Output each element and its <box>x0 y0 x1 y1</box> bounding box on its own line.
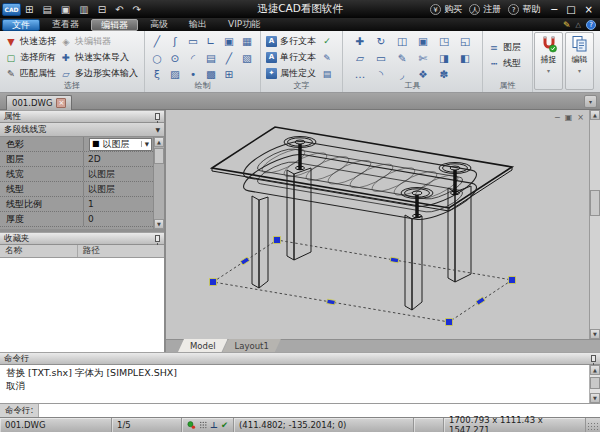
scroll-down-icon[interactable]: ▼ <box>590 393 600 403</box>
mirror-icon[interactable]: ◫ <box>392 33 413 50</box>
scroll-down-icon[interactable]: ▼ <box>590 329 600 339</box>
linetype-button[interactable]: ┅ 线型 <box>486 55 529 71</box>
snap-marker-icon[interactable] <box>187 420 196 430</box>
canvas-scrollbar[interactable]: ▲ ▼ <box>589 110 600 339</box>
attribute-define-button[interactable]: ✦ 属性定义 <box>264 65 318 81</box>
edit-button[interactable]: 编辑 ▾ <box>565 32 594 90</box>
save-as-icon[interactable]: ▥ <box>79 4 88 15</box>
tab-model[interactable]: Model <box>178 339 228 352</box>
quick-entity-import-button[interactable]: ✚ 快速实体导入 <box>58 49 140 65</box>
line-icon[interactable]: ╱ <box>148 33 166 50</box>
scroll-up-icon[interactable]: ▲ <box>590 110 600 120</box>
redo-icon[interactable]: ↷ <box>133 4 141 15</box>
pin-icon[interactable] <box>155 235 160 242</box>
save-icon[interactable]: ▣ <box>61 4 70 15</box>
tab-output[interactable]: 输出 <box>180 19 216 31</box>
app-logo[interactable]: CAD <box>2 3 21 16</box>
scrollbar-thumb[interactable] <box>154 148 164 164</box>
construction-line-icon[interactable]: ╱ <box>220 50 238 67</box>
buy-button[interactable]: ¥ 购买 <box>430 3 462 16</box>
scrollbar-thumb[interactable] <box>590 190 600 216</box>
selection-grips[interactable] <box>210 237 516 326</box>
document-close-icon[interactable]: × <box>56 98 66 108</box>
scrollbar-thumb[interactable] <box>590 377 600 389</box>
tab-viewer[interactable]: 查看器 <box>43 19 88 31</box>
quick-select-button[interactable]: ▼ 快速选择 <box>3 33 58 49</box>
grid-toggle-icon[interactable] <box>199 420 208 430</box>
tab-editor[interactable]: 编辑器 <box>91 19 138 31</box>
help-badge-icon[interactable]: ? <box>586 20 596 30</box>
gradient-icon[interactable]: ▧ <box>238 50 256 67</box>
color-combobox[interactable]: ■ 以图层 ▼ <box>89 138 152 151</box>
edit-dropdown-icon[interactable]: ▾ <box>578 67 581 74</box>
array-icon[interactable]: ◳ <box>434 33 455 50</box>
draw-check-icon[interactable]: ✔ <box>221 420 228 430</box>
tab-file[interactable]: 文件 <box>2 19 40 31</box>
chevron-down-icon[interactable]: ▼ <box>141 141 149 147</box>
tab-layout1[interactable]: Layout1 <box>223 339 281 352</box>
extend-icon[interactable]: ◨ <box>434 50 455 67</box>
command-scrollbar[interactable]: ▲ ▼ <box>589 365 600 403</box>
open-file-icon[interactable]: ▤ <box>42 4 51 15</box>
maximize-button[interactable]: □ <box>566 4 575 15</box>
trim-icon[interactable]: ✄ <box>413 50 434 67</box>
scroll-up-icon[interactable]: ▲ <box>154 137 164 147</box>
print-icon[interactable]: ⊟ <box>98 4 106 15</box>
rotate-icon[interactable]: ↻ <box>371 33 392 50</box>
register-button[interactable]: 人 注册 <box>469 3 501 16</box>
entity-type-selector[interactable]: 多段线线宽 ▼ <box>0 123 164 137</box>
offset-icon[interactable]: ◱ <box>455 33 476 50</box>
tab-advanced[interactable]: 高级 <box>141 19 177 31</box>
block-icon[interactable]: ▣ <box>220 33 238 50</box>
collapse-ribbon-icon[interactable]: △ <box>576 21 581 29</box>
scale-icon[interactable]: ▭ <box>371 50 392 67</box>
text-style-icon[interactable]: ✎ <box>320 50 334 67</box>
boundary-icon[interactable]: ▦ <box>238 33 256 50</box>
polygon-entity-input-button[interactable]: ▱ 多边形实体输入 <box>58 65 140 81</box>
snap-button[interactable]: 捕捉 ▾ <box>534 32 563 90</box>
properties-scrollbar[interactable]: ▲ ▼ <box>153 137 164 229</box>
scroll-up-icon[interactable]: ▲ <box>590 365 600 375</box>
circle-icon[interactable]: ○ <box>148 50 166 67</box>
rectangle-icon[interactable]: ▭ <box>184 33 202 50</box>
document-tab[interactable]: 001.DWG × <box>6 95 72 110</box>
tab-vip[interactable]: VIP功能 <box>219 19 269 31</box>
cad-drawing[interactable] <box>166 110 600 339</box>
favorites-list[interactable] <box>0 258 164 352</box>
move-icon[interactable]: ✚ <box>350 33 371 50</box>
ortho-toggle-icon[interactable]: ⊥ <box>210 420 218 430</box>
favorites-col-name[interactable]: 名称 <box>0 245 78 257</box>
help-button[interactable]: ? 帮助 <box>508 3 540 16</box>
edit-polyline-icon[interactable]: ✎ <box>392 50 413 67</box>
mtext-button[interactable]: A 多行文本 <box>264 33 318 49</box>
break-icon[interactable]: ◧ <box>455 50 476 67</box>
polyline-icon[interactable]: ∟ <box>202 33 220 50</box>
canvas-restore-icon[interactable]: ▣ <box>565 113 573 122</box>
drawing-canvas[interactable]: ─ ▣ × ▲ ▼ Model Layout1 <box>166 110 600 352</box>
feedback-pencil-icon[interactable]: ✎ <box>563 20 571 30</box>
undo-icon[interactable]: ↶ <box>115 4 123 15</box>
command-history[interactable]: 替换 [TXT.shx] 字体为 [SIMPLEX.SHX] 取消 <box>0 365 600 403</box>
document-list-dropdown-icon[interactable]: ▾ <box>584 95 597 108</box>
resize-grip[interactable] <box>587 421 599 431</box>
pin-icon[interactable] <box>591 355 596 362</box>
ellipse-icon[interactable]: ⊙ <box>166 50 184 67</box>
spell-check-icon[interactable]: ✓ <box>320 33 334 50</box>
arc-icon[interactable]: ◜ <box>184 50 202 67</box>
canvas-minimize-icon[interactable]: ─ <box>555 113 560 122</box>
minimize-button[interactable]: ─ <box>551 4 557 15</box>
close-button[interactable]: × <box>585 4 593 15</box>
spline-icon[interactable]: ʃ <box>166 33 184 50</box>
canvas-close-icon[interactable]: × <box>577 113 584 122</box>
single-text-button[interactable]: A 单行文本 <box>264 49 318 65</box>
pin-icon[interactable] <box>155 113 160 120</box>
image-icon[interactable]: ▤ <box>202 50 220 67</box>
select-all-button[interactable]: ▢ 选择所有 <box>3 49 58 65</box>
favorites-col-path[interactable]: 路径 <box>78 245 100 257</box>
match-properties-button[interactable]: ✎ 匹配属性 <box>3 65 58 81</box>
new-file-icon[interactable]: ⊞ <box>25 4 33 15</box>
stretch-icon[interactable]: ▱ <box>350 50 371 67</box>
copy-icon[interactable]: ▣ <box>413 33 434 50</box>
snap-dropdown-icon[interactable]: ▾ <box>547 67 550 74</box>
scroll-down-icon[interactable]: ▼ <box>154 219 164 229</box>
